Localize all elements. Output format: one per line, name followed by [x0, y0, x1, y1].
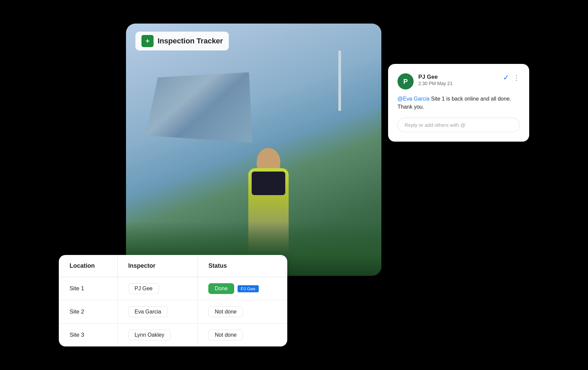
- status-chip-not-done-2: Not done: [208, 306, 243, 317]
- status-chip-not-done-3: Not done: [208, 330, 243, 340]
- table-row: Site 2 Eva Garcia Not done: [59, 300, 287, 324]
- table-row: Site 3 Lynn Oakley Not done: [59, 324, 287, 347]
- avatar: P: [397, 73, 414, 89]
- scene: + Inspection Tracker P PJ Gee 2:30 PM Ma…: [59, 24, 529, 346]
- status-cell-1: Done PJ Gee: [208, 283, 277, 294]
- cell-inspector-3: Lynn Oakley: [117, 324, 198, 347]
- check-icon[interactable]: ✓: [503, 73, 509, 82]
- cell-status-2: Not done: [198, 300, 287, 324]
- status-chip-done: Done: [208, 283, 234, 294]
- cell-status-3: Not done: [198, 324, 287, 347]
- tracker-title: Inspection Tracker: [158, 37, 223, 45]
- tracker-photo: [126, 24, 381, 276]
- cell-location-1: Site 1: [59, 277, 117, 300]
- user-badge-pj: PJ Gee: [238, 285, 259, 292]
- comment-card: P PJ Gee 2:30 PM May 21 ✓ ⋮ @Eva Garcia …: [388, 64, 529, 142]
- table-row: Site 1 PJ Gee Done PJ Gee: [59, 277, 287, 300]
- comment-meta: PJ Gee 2:30 PM May 21: [418, 73, 498, 86]
- cell-location-3: Site 3: [59, 324, 117, 347]
- cell-status-1: Done PJ Gee: [198, 277, 287, 300]
- more-options-icon[interactable]: ⋮: [513, 74, 520, 82]
- mention-text: @Eva Garcia: [397, 96, 429, 102]
- inspector-chip-1: PJ Gee: [128, 283, 159, 294]
- commenter-name: PJ Gee: [418, 73, 498, 81]
- col-location: Location: [59, 255, 117, 277]
- table-card: Location Inspector Status Site 1 PJ Gee …: [59, 255, 287, 346]
- person-laptop: [252, 172, 285, 195]
- tracker-card: + Inspection Tracker: [126, 24, 381, 276]
- cell-location-2: Site 2: [59, 300, 117, 324]
- comment-body: @Eva Garcia Site 1 is back online and al…: [397, 95, 520, 111]
- comment-header: P PJ Gee 2:30 PM May 21 ✓ ⋮: [397, 73, 520, 89]
- cell-inspector-1: PJ Gee: [117, 277, 198, 300]
- col-inspector: Inspector: [117, 255, 198, 277]
- comment-actions: ✓ ⋮: [503, 73, 520, 82]
- cell-inspector-2: Eva Garcia: [117, 300, 198, 324]
- comment-time: 2:30 PM May 21: [418, 81, 498, 86]
- table-header-row: Location Inspector Status: [59, 255, 287, 277]
- reply-input[interactable]: Reply or add others with @: [397, 118, 520, 132]
- sheets-icon: +: [141, 35, 154, 47]
- inspector-chip-2: Eva Garcia: [128, 306, 168, 317]
- tracker-header: + Inspection Tracker: [135, 32, 229, 50]
- inspection-table: Location Inspector Status Site 1 PJ Gee …: [59, 255, 287, 346]
- col-status: Status: [198, 255, 287, 277]
- inspector-chip-3: Lynn Oakley: [128, 330, 171, 340]
